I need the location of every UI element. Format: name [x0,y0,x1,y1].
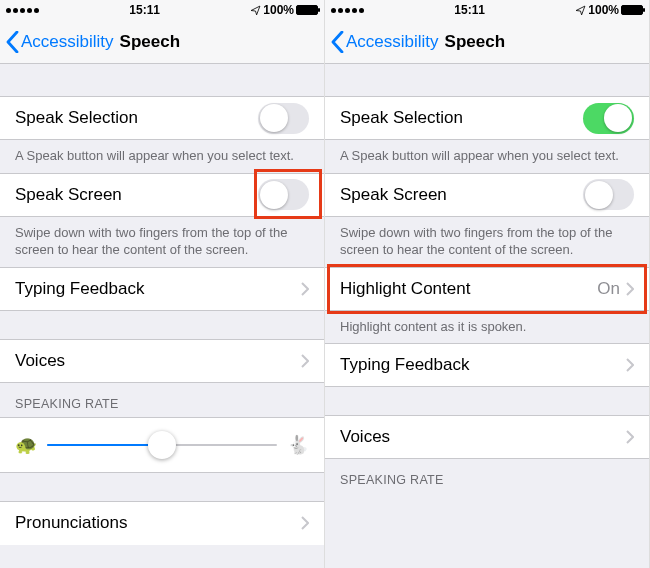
status-time: 15:11 [39,3,250,17]
chevron-right-icon [626,430,634,444]
settings-list: Speak Selection A Speak button will appe… [325,64,649,568]
screen-right: 15:11 100% Accessibility Speech Speak Se… [325,0,650,568]
back-button[interactable]: Accessibility [6,31,114,53]
turtle-icon: 🐢 [15,434,37,456]
nav-bar: Accessibility Speech [0,20,324,64]
speaking-rate-header: SPEAKING RATE [325,459,649,493]
back-label: Accessibility [346,32,439,52]
highlight-content-row[interactable]: Highlight Content On [325,267,649,311]
nav-bar: Accessibility Speech [325,20,649,64]
chevron-left-icon [6,31,19,53]
location-icon [575,5,586,16]
speak-screen-label: Speak Screen [340,185,583,205]
speak-screen-label: Speak Screen [15,185,258,205]
speak-selection-toggle[interactable] [258,103,309,134]
voices-row[interactable]: Voices [0,339,324,383]
back-button[interactable]: Accessibility [331,31,439,53]
chevron-right-icon [301,282,309,296]
speak-selection-row[interactable]: Speak Selection [325,96,649,140]
speak-screen-footer: Swipe down with two fingers from the top… [0,217,324,267]
typing-feedback-row[interactable]: Typing Feedback [0,267,324,311]
speak-screen-row[interactable]: Speak Screen [0,173,324,217]
screen-left: 15:11 100% Accessibility Speech Speak Se… [0,0,325,568]
speak-selection-toggle[interactable] [583,103,634,134]
speaking-rate-slider-row: 🐢 🐇 [0,417,324,473]
status-bar: 15:11 100% [325,0,649,20]
highlight-content-value: On [597,279,620,299]
rabbit-icon: 🐇 [287,434,309,456]
location-icon [250,5,261,16]
typing-feedback-label: Typing Feedback [340,355,626,375]
speak-selection-footer: A Speak button will appear when you sele… [0,140,324,173]
speaking-rate-slider[interactable] [47,444,277,446]
voices-label: Voices [15,351,301,371]
typing-feedback-label: Typing Feedback [15,279,301,299]
page-title: Speech [120,32,180,52]
chevron-right-icon [301,354,309,368]
settings-list: Speak Selection A Speak button will appe… [0,64,324,568]
speak-selection-row[interactable]: Speak Selection [0,96,324,140]
battery-icon [296,5,318,15]
highlight-content-footer: Highlight content as it is spoken. [325,311,649,344]
signal-dots-icon [6,8,39,13]
pronunciations-row[interactable]: Pronunciations [0,501,324,545]
chevron-left-icon [331,31,344,53]
chevron-right-icon [626,358,634,372]
battery-pct: 100% [263,3,294,17]
status-bar: 15:11 100% [0,0,324,20]
status-time: 15:11 [364,3,575,17]
battery-pct: 100% [588,3,619,17]
chevron-right-icon [301,516,309,530]
voices-label: Voices [340,427,626,447]
speak-screen-row[interactable]: Speak Screen [325,173,649,217]
page-title: Speech [445,32,505,52]
speak-selection-label: Speak Selection [340,108,583,128]
speak-screen-footer: Swipe down with two fingers from the top… [325,217,649,267]
voices-row[interactable]: Voices [325,415,649,459]
speak-selection-footer: A Speak button will appear when you sele… [325,140,649,173]
chevron-right-icon [626,282,634,296]
highlight-content-label: Highlight Content [340,279,597,299]
speaking-rate-header: SPEAKING RATE [0,383,324,417]
speak-selection-label: Speak Selection [15,108,258,128]
signal-dots-icon [331,8,364,13]
battery-icon [621,5,643,15]
speak-screen-toggle[interactable] [583,179,634,210]
back-label: Accessibility [21,32,114,52]
speak-screen-toggle[interactable] [258,179,309,210]
pronunciations-label: Pronunciations [15,513,301,533]
typing-feedback-row[interactable]: Typing Feedback [325,343,649,387]
